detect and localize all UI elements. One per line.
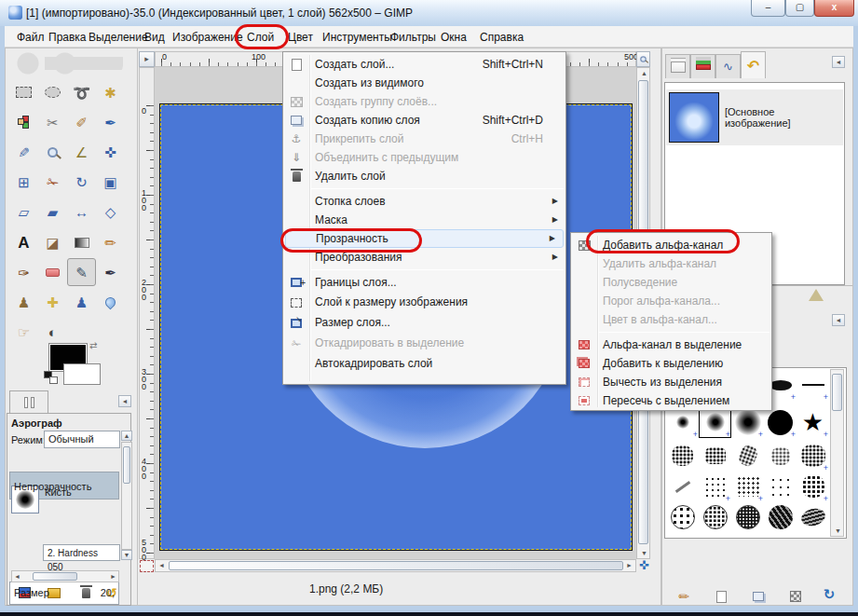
brush-cell[interactable] [700, 441, 730, 471]
tool-zoom[interactable] [38, 138, 67, 166]
scroll-up-icon[interactable]: ▲ [641, 70, 647, 76]
brush-cell[interactable] [797, 370, 828, 400]
menu-item-new-from-visible[interactable]: Создать из видимого [283, 74, 565, 92]
scroll-down-icon[interactable]: ▼ [835, 527, 841, 534]
dock-menu-button[interactable]: ◄ [118, 395, 131, 407]
tool-heal[interactable]: ✚ [38, 289, 67, 317]
brush-cell[interactable] [667, 502, 698, 532]
duplicate-brush-button[interactable] [751, 590, 766, 603]
tool-bucket-fill[interactable]: ◪ [38, 228, 67, 256]
brush-cell[interactable]: ★ [797, 407, 828, 437]
tool-perspective-clone[interactable]: ♟ [67, 289, 96, 317]
brush-cell[interactable] [700, 502, 730, 532]
brush-select[interactable]: 2. Hardness 050 [43, 544, 120, 561]
tool-blur-sharpen[interactable] [96, 289, 125, 317]
scroll-right-icon[interactable]: ► [626, 562, 633, 568]
brush-cell[interactable] [732, 441, 763, 471]
menu-item-scale-layer[interactable]: Размер слоя... [283, 312, 565, 333]
tool-ellipse-select[interactable] [38, 78, 67, 106]
delete-brush-button[interactable] [788, 590, 803, 603]
ruler-corner-button[interactable]: ▸ [139, 51, 155, 67]
edit-brush-button[interactable]: ✏ [676, 590, 691, 603]
maximize-button[interactable]: ▢ [785, 0, 814, 17]
close-button[interactable]: x [814, 0, 854, 17]
submenu-item-add-to-selection[interactable]: Добавить к выделению [571, 354, 771, 373]
minimize-button[interactable]: – [751, 0, 785, 17]
brush-cell[interactable] [732, 407, 763, 437]
tab-tool-options[interactable] [9, 390, 48, 414]
tool-paintbrush[interactable]: ✑ [9, 258, 38, 286]
scroll-thumb[interactable] [33, 572, 77, 581]
menu-tools[interactable]: Инструменты [320, 30, 395, 46]
brush-cell[interactable] [765, 407, 796, 437]
brush-cell[interactable] [700, 472, 730, 501]
tool-clone[interactable]: ♟ [9, 289, 38, 317]
options-scrollbar[interactable] [121, 442, 132, 550]
tool-rect-select[interactable] [9, 78, 38, 106]
brush-cell-selected[interactable] [700, 407, 730, 437]
options-hscrollbar[interactable]: ◄ ► [11, 570, 119, 582]
menu-view[interactable]: Вид [142, 30, 168, 46]
tool-measure[interactable]: ∠ [67, 138, 96, 166]
tool-eraser[interactable] [38, 258, 67, 286]
brush-cell[interactable] [667, 441, 698, 471]
brush-cell[interactable] [667, 472, 698, 501]
scroll-left-icon[interactable]: ◄ [158, 562, 165, 568]
tool-foreground-select[interactable]: ✐ [67, 108, 96, 136]
options-scroll-down[interactable]: ▼ [121, 550, 132, 560]
new-brush-button[interactable] [714, 590, 729, 603]
submenu-item-alpha-to-selection[interactable]: Альфа-канал в выделение [571, 335, 771, 354]
vertical-ruler[interactable]: 0 100 200 300 400 500 [139, 67, 155, 559]
tool-ink[interactable]: ✒ [96, 258, 125, 286]
brush-cell[interactable] [765, 472, 796, 501]
menu-item-layer-stack[interactable]: Стопка слоев▶ [283, 192, 565, 211]
tool-flip[interactable]: ↔ [67, 198, 96, 226]
scroll-left-icon[interactable]: ◄ [14, 573, 20, 580]
zoom-fit-button[interactable] [636, 51, 650, 67]
tool-align[interactable]: ⊞ [9, 169, 38, 197]
menu-item-mask[interactable]: Маска▶ [283, 211, 565, 229]
menu-help[interactable]: Справка [477, 30, 526, 46]
mode-select[interactable]: Обычный [44, 431, 120, 448]
brush-cell[interactable] [667, 407, 698, 437]
tool-move[interactable]: ✜ [96, 138, 125, 166]
tool-crop[interactable]: ✁ [38, 169, 67, 197]
scroll-right-icon[interactable]: ► [110, 573, 116, 580]
scroll-thumb[interactable] [123, 446, 130, 484]
tool-gradient[interactable] [67, 228, 96, 256]
brush-cell[interactable] [797, 472, 828, 501]
brushes-scrollbar[interactable]: ▼ [830, 369, 844, 537]
tool-scale[interactable]: ▣ [96, 169, 125, 197]
tool-pencil[interactable]: ✏ [96, 228, 125, 256]
menu-filters[interactable]: Фильтры [388, 30, 439, 46]
submenu-item-subtract-from-selection[interactable]: Вычесть из выделения [571, 373, 771, 391]
refresh-brushes-button[interactable]: ↻ [822, 588, 837, 601]
background-color-swatch[interactable] [63, 363, 101, 385]
canvas-hscrollbar[interactable]: ◄ ► [155, 559, 636, 572]
brush-cell[interactable] [765, 502, 796, 532]
delete-options-button[interactable] [78, 586, 93, 599]
submenu-item-intersect-with-selection[interactable]: Пересечь с выделением [571, 391, 771, 410]
menu-item-delete-layer[interactable]: Удалить слой [283, 167, 565, 185]
swap-colors-icon[interactable]: ⇄ [89, 340, 97, 350]
brush-cell[interactable] [732, 472, 763, 501]
tool-shear[interactable]: ▱ [9, 198, 38, 226]
tool-perspective[interactable]: ▰ [38, 198, 67, 226]
quick-mask-button[interactable] [140, 560, 154, 572]
scroll-thumb[interactable] [832, 374, 842, 411]
brush-cell[interactable] [797, 441, 828, 471]
tool-text[interactable]: A [9, 228, 38, 256]
brush-cell[interactable] [797, 502, 828, 532]
dock-menu-button[interactable]: ◄ [832, 56, 845, 68]
dock-menu-button[interactable]: ◄ [832, 314, 845, 326]
brush-cell[interactable] [765, 441, 796, 471]
menu-item-layer-to-image-size[interactable]: Слой к размеру изображения [283, 292, 565, 312]
scroll-down-icon[interactable]: ▼ [641, 550, 647, 556]
menu-item-duplicate-layer[interactable]: Создать копию слояShift+Ctrl+D [283, 111, 565, 130]
tab-layers[interactable] [665, 54, 690, 78]
default-colors-icon[interactable] [44, 371, 59, 384]
clear-history-icon[interactable] [809, 289, 824, 301]
menu-item-new-layer[interactable]: Создать слой...Shift+Ctrl+N [283, 55, 565, 74]
menu-item-autocrop-layer[interactable]: Автокадрировать слой [283, 353, 565, 374]
tab-paths[interactable]: ∿ [715, 54, 741, 78]
